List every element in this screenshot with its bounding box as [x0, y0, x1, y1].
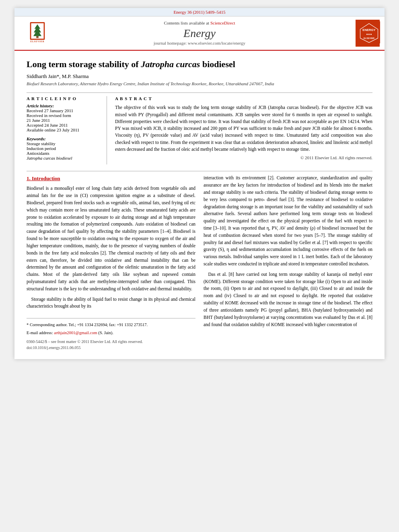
footnote-email: E-mail address: arthjain2001@gmail.com (…: [27, 330, 195, 336]
abstract-column: A B S T R A C T The objective of this wo…: [115, 96, 372, 164]
abstract-heading: A B S T R A C T: [115, 96, 372, 101]
section1-para2: Storage stability is the ability of liqu…: [27, 296, 195, 310]
history-label: Article history:: [27, 103, 100, 108]
elsevier-logo-area: ELSEVIER: [19, 22, 56, 44]
authors: Siddharth Jain*, M.P. Sharma: [27, 73, 372, 80]
copyright-text: © 2011 Elsevier Ltd. All rights reserved…: [115, 155, 372, 160]
journal-homepage: journal homepage: www.elsevier.com/locat…: [56, 41, 343, 45]
journal-name: Energy: [56, 27, 343, 40]
section1-title: 1. Introduction: [27, 175, 195, 183]
journal-title-area: Contents lists available at ScienceDirec…: [56, 21, 343, 45]
right-column: interaction with its environment [2]. Cu…: [204, 175, 372, 351]
footnote-corresponding: * Corresponding author. Tel.; +91 1334 2…: [27, 322, 195, 328]
keywords-list: Storage stability Induction period Antio…: [27, 141, 100, 160]
article-info-column: A R T I C L E I N F O Article history: R…: [27, 96, 107, 164]
energy-badge-area: ENERGY ■ ■ ■ ELSEVIER: [343, 20, 380, 47]
revised-date: 21 June 2011: [27, 118, 100, 123]
left-column: 1. Introduction Biodiesel is a monoalkyl…: [27, 175, 195, 351]
energy-badge: ENERGY ■ ■ ■ ELSEVIER: [356, 20, 380, 47]
journal-header: ELSEVIER Contents lists available at Sci…: [14, 16, 385, 51]
section1-para4: Das et al. [8] have carried out long ter…: [204, 271, 372, 329]
affiliation: Biofuel Research Laboratory, Alternate H…: [27, 81, 372, 86]
footnote-area: * Corresponding author. Tel.; +91 1334 2…: [27, 318, 195, 351]
received-date: Received 27 January 2011: [27, 108, 100, 113]
info-abstract-section: A R T I C L E I N F O Article history: R…: [27, 96, 372, 164]
issn-line: 0360-5442/$ – see front matter © 2011 El…: [27, 339, 195, 351]
svg-text:ELSEVIER: ELSEVIER: [364, 37, 374, 39]
keyword-3: Antioxidants: [27, 151, 100, 156]
keywords-section: Keywords: Storage stability Induction pe…: [27, 136, 100, 160]
svg-text:ELSEVIER: ELSEVIER: [30, 40, 44, 42]
keyword-4: Jatropha curcas biodiesel: [27, 156, 100, 160]
divider-2: [27, 171, 372, 171]
available-date: Available online 23 July 2011: [27, 127, 100, 132]
main-columns: 1. Introduction Biodiesel is a monoalkyl…: [27, 175, 372, 351]
elsevier-tree-icon: ELSEVIER: [25, 22, 49, 44]
accepted-date: Accepted 24 June 2011: [27, 123, 100, 127]
article-title: Long term storage stability of Jatropha …: [27, 59, 372, 70]
section1-para1: Biodiesel is a monoalkyl ester of long c…: [27, 185, 195, 292]
section1-para3: interaction with its environment [2]. Cu…: [204, 175, 372, 268]
article-body: Long term storage stability of Jatropha …: [14, 51, 385, 359]
keyword-2: Induction period: [27, 146, 100, 151]
revised-label: Received in revised form: [27, 113, 100, 118]
sciencedirect-link[interactable]: ScienceDirect: [210, 21, 235, 25]
divider-1: [27, 92, 372, 93]
abstract-text: The objective of this work was to study …: [115, 104, 372, 153]
history-section: Article history: Received 27 January 201…: [27, 103, 100, 132]
svg-text:ENERGY: ENERGY: [362, 28, 375, 32]
svg-text:■ ■ ■: ■ ■ ■: [366, 33, 372, 35]
article-info-heading: A R T I C L E I N F O: [27, 96, 100, 101]
citation-bar: Energy 36 (2011) 5409–5415: [14, 8, 385, 16]
contents-available-text: Contents lists available at: [164, 21, 209, 25]
keywords-label: Keywords:: [27, 136, 100, 141]
citation-text: Energy 36 (2011) 5409–5415: [173, 10, 225, 14]
keyword-1: Storage stability: [27, 141, 100, 146]
svg-rect-3: [36, 36, 39, 38]
